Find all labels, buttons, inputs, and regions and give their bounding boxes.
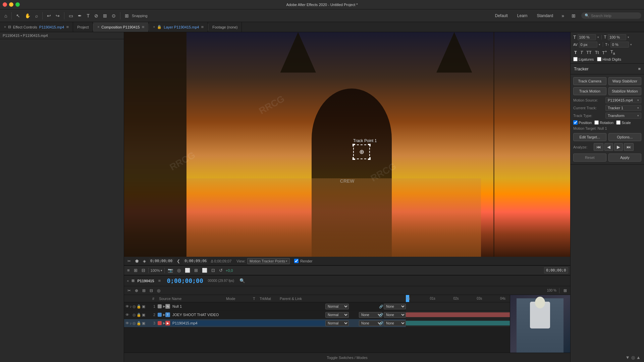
viewer-area[interactable]: RRCG RRCG RRCG Track Point 1 ⊕	[124, 32, 570, 257]
panel-switch-btn[interactable]: ⊞	[570, 12, 577, 19]
viewer-grid-btn[interactable]: ⊟	[141, 267, 146, 273]
layer-2-mode-select[interactable]: Normal	[325, 312, 349, 318]
layer-row-2[interactable]: 👁 ♪ ◎ 🔒 ▣ 2 ▶ T JOEY SHOOT THAT VIDEO	[124, 311, 406, 319]
tab-menu-btn[interactable]: ≡	[66, 24, 69, 29]
comp-time-current[interactable]: 0;00;09;06	[183, 258, 208, 263]
tc-expand-btn[interactable]: ⊞	[562, 288, 568, 293]
close-timeline-icon[interactable]: ×	[127, 279, 129, 283]
comp-null-btn[interactable]: ◈	[142, 258, 147, 264]
eye-icon-2[interactable]: 👁	[125, 313, 129, 317]
home-btn[interactable]: ⌂	[3, 12, 9, 19]
tab-layer[interactable]: × 🔒 Layer P1190415.mp4 ≡	[149, 22, 208, 32]
font-size-input[interactable]	[578, 34, 596, 40]
scale-checkbox[interactable]	[616, 120, 621, 125]
layer-1-name[interactable]: Null 1	[171, 304, 325, 308]
viewer-3d-btn[interactable]: ⊡	[210, 267, 216, 273]
label-icon-1[interactable]: ▣	[142, 304, 145, 309]
solo-icon-2[interactable]: ◎	[132, 313, 136, 317]
workspace-learn-btn[interactable]: Learn	[515, 12, 530, 19]
options-btn[interactable]: Options...	[608, 133, 642, 141]
position-checkbox[interactable]	[573, 120, 578, 125]
window-controls[interactable]	[3, 2, 20, 7]
comp-color-btn[interactable]: ⬟	[134, 258, 140, 264]
tab-effect-controls[interactable]: × ⊟ Effect Controls P1190415.mp4 ≡	[0, 22, 73, 32]
font-size-input-2[interactable]	[608, 34, 626, 40]
viewer-snap-btn[interactable]: ⊞	[133, 267, 139, 273]
maximize-window-btn[interactable]	[15, 2, 20, 7]
tab-layer-menu-btn[interactable]: ≡	[201, 24, 204, 29]
mask-rect-btn[interactable]: ▭	[67, 12, 75, 19]
reset-btn[interactable]: Reset	[573, 154, 606, 162]
tt-btn[interactable]: TT	[585, 50, 593, 55]
viewer-alpha-btn[interactable]: ⬜	[184, 267, 191, 273]
timeline-menu-btn[interactable]: ≡	[158, 278, 161, 283]
label-icon-2[interactable]: ▣	[142, 313, 145, 317]
scale-checkbox-label[interactable]: Scale	[616, 120, 631, 125]
hand-tool-btn[interactable]: ✋	[23, 12, 32, 19]
text-tool-btn[interactable]: T	[85, 12, 91, 19]
ligatures-label[interactable]: Ligatures	[573, 57, 594, 61]
lock-icon-3[interactable]: 🔒	[137, 321, 141, 325]
hindi-digits-checkbox[interactable]	[597, 57, 601, 61]
tab-comp-menu-btn[interactable]: ≡	[142, 24, 145, 29]
layer-1-parent-select[interactable]: None	[384, 304, 406, 309]
comp-time-start[interactable]: 0;00;00;00	[149, 258, 174, 263]
close-icon-layer[interactable]: ×	[153, 25, 155, 29]
tracking-input[interactable]	[579, 42, 597, 48]
track-type-dropdown[interactable]: Transform ▾	[605, 113, 641, 119]
layer-3-name[interactable]: P1190415.mp4	[171, 320, 325, 326]
layer-row-3[interactable]: 👁 ♪ ◎ 🔒 ▣ 3 ▶ ▶ P1190415.mp4	[124, 319, 406, 327]
superscript-btn[interactable]: T+	[601, 49, 608, 56]
track-motion-btn[interactable]: Track Motion	[573, 87, 606, 95]
viewer-refresh-btn[interactable]: ↺	[218, 267, 224, 273]
layer-2-name[interactable]: JOEY SHOOT THAT VIDEO	[171, 313, 325, 317]
brush-tool-btn[interactable]: ⊘	[93, 12, 100, 19]
tc-overlay-btn[interactable]: ⊞	[141, 288, 147, 293]
baseline-input[interactable]	[610, 42, 629, 48]
layer-3-expand-btn[interactable]: ▶	[163, 321, 165, 325]
tl-zoom-out-btn[interactable]: ▼	[626, 355, 630, 360]
comp-time-arrow1[interactable]: ❮	[175, 258, 181, 264]
layer-3-mode-select[interactable]: Normal	[325, 320, 349, 326]
rotation-checkbox[interactable]	[594, 120, 599, 125]
stabilize-motion-btn[interactable]: Stabilize Motion	[608, 87, 642, 95]
small-caps-btn[interactable]: Tt	[594, 50, 600, 55]
audio-icon-1[interactable]: ♪	[130, 304, 132, 308]
search-input[interactable]	[591, 14, 638, 18]
analyze-prev-btn[interactable]: ◀	[604, 143, 613, 151]
solo-icon-3[interactable]: ◎	[132, 321, 136, 325]
clone-tool-btn[interactable]: ⊞	[101, 12, 109, 19]
hindi-digits-label[interactable]: Hindi Digits	[597, 57, 621, 61]
snapping-btn[interactable]: ⊞	[123, 12, 130, 19]
layer-1-expand-btn[interactable]: ▶	[163, 305, 165, 308]
layer-2-parent-select[interactable]: None	[384, 312, 406, 318]
timeline-time-display[interactable]: 0;00;00;00	[167, 277, 203, 284]
tab-composition[interactable]: × Composition P1190415 ≡	[93, 22, 149, 32]
layer-row-1[interactable]: 👁 ♪ ◎ 🔒 ▣ 1 ▶ N Null 1 N	[124, 302, 406, 311]
layer-2-expand-btn[interactable]: ▶	[163, 313, 165, 316]
track-camera-btn[interactable]: Track Camera	[573, 77, 606, 85]
close-icon[interactable]: ×	[4, 25, 6, 29]
warp-stabilizer-btn[interactable]: Warp Stabilizer	[608, 77, 642, 85]
puppet-tool-btn[interactable]: ⊙	[110, 12, 117, 19]
redo-btn[interactable]: ↪	[54, 12, 61, 19]
zoom-dropdown[interactable]: 100% ▾	[151, 268, 162, 273]
edit-target-btn[interactable]: Edit Target...	[573, 133, 606, 141]
audio-icon-3[interactable]: ♪	[130, 321, 132, 325]
render-checkbox[interactable]	[294, 259, 299, 263]
label-icon-3[interactable]: ▣	[142, 321, 145, 325]
layer-3-parent-select[interactable]: None	[384, 320, 406, 326]
layer-1-mode-select[interactable]: Normal	[325, 304, 349, 309]
tl-zoom-fit-btn[interactable]: ▲	[636, 355, 641, 360]
view-mode-dropdown[interactable]: Motion Tracker Points ▾	[247, 258, 290, 264]
workspace-default-btn[interactable]: Default	[492, 12, 511, 19]
timeline-search-btn[interactable]: 🔍	[239, 278, 245, 283]
minimize-window-btn[interactable]	[9, 2, 13, 7]
tracker-menu-icon[interactable]: ≡	[638, 66, 641, 71]
italic-btn[interactable]: T	[579, 50, 584, 55]
analyze-last-btn[interactable]: ⏭	[624, 143, 634, 151]
position-checkbox-label[interactable]: Position	[573, 120, 592, 125]
solo-icon-1[interactable]: ◎	[132, 304, 136, 309]
viewer-camera-btn[interactable]: 📷	[167, 267, 174, 273]
comp-tools-btn[interactable]: ✂	[126, 258, 132, 264]
